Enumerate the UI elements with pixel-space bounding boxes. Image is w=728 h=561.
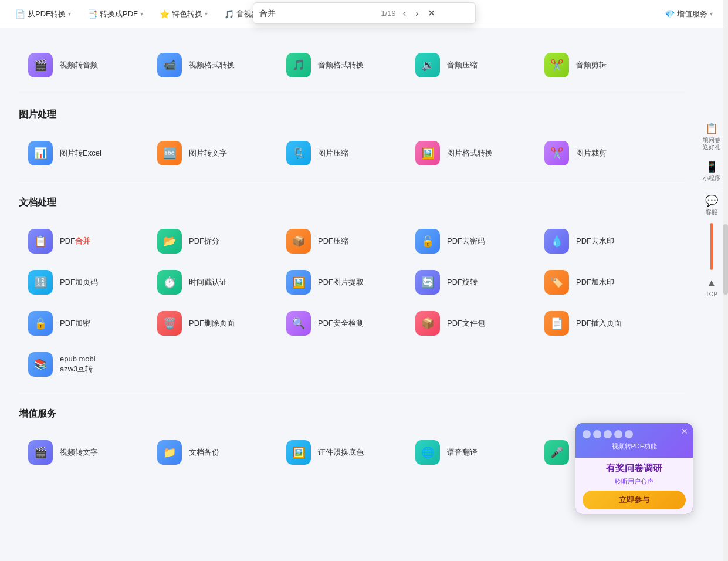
tool-pdf-insert-page[interactable]: 📄 PDF插入页面 <box>535 303 664 344</box>
search-next-btn[interactable]: › <box>413 7 421 20</box>
sidebar-top-btn[interactable]: ▲ TOP <box>697 272 726 303</box>
tool-pdf-timestamp[interactable]: ⏱️ 时间戳认证 <box>148 262 277 303</box>
sidebar-customer-btn[interactable]: 💬 客服 <box>697 190 726 221</box>
pdf-compress-icon: 📦 <box>286 229 311 254</box>
promo-top: ✕ 视频转PDF功能 <box>575 423 693 458</box>
pdf-img-extract-icon: 🖼️ <box>286 270 311 295</box>
value-services-title: 增值服务 <box>19 408 685 420</box>
tool-pdf-split[interactable]: 📂 PDF拆分 <box>148 221 277 262</box>
tool-pdf-encrypt[interactable]: 🔒 PDF加密 <box>19 303 148 344</box>
search-close-btn[interactable]: ✕ <box>425 6 438 20</box>
tool-img-to-excel[interactable]: 📊 图片转Excel <box>19 133 148 174</box>
doc-backup-label: 文档备份 <box>189 448 219 458</box>
img-format-icon: 🖼️ <box>415 141 440 165</box>
scroll-track[interactable] <box>723 0 728 561</box>
id-photo-bg-label: 证件照换底色 <box>318 448 364 458</box>
img-crop-label: 图片裁剪 <box>576 148 607 158</box>
nav-value-services[interactable]: 💎 增值服务 ▾ <box>656 4 721 24</box>
img-crop-icon: ✂️ <box>544 141 569 165</box>
tool-pdf-security[interactable]: 🔍 PDF安全检测 <box>277 303 406 344</box>
promo-dot-5 <box>625 430 633 438</box>
audio-format-icon: 🎵 <box>286 53 311 77</box>
search-prev-btn[interactable]: ‹ <box>401 7 408 20</box>
img-format-label: 图片格式转换 <box>447 148 493 158</box>
tool-pdf-unlock[interactable]: 🔓 PDF去密码 <box>406 221 535 262</box>
tool-video-to-audio[interactable]: 🎬 视频转音频 <box>19 45 148 86</box>
search-popup: 1/19 ‹ › ✕ <box>253 2 476 24</box>
pdf-page-num-label: PDF加页码 <box>60 278 98 288</box>
tool-pdf-delete-page[interactable]: 🗑️ PDF删除页面 <box>148 303 277 344</box>
pdf-security-label: PDF安全检测 <box>318 319 364 329</box>
tool-pdf-watermark-remove[interactable]: 💧 PDF去水印 <box>535 221 664 262</box>
pdf-timestamp-label: 时间戳认证 <box>189 278 227 288</box>
tool-pdf-rotate[interactable]: 🔄 PDF旋转 <box>406 262 535 303</box>
pdf-unlock-icon: 🔓 <box>415 229 440 254</box>
tool-img-format[interactable]: 🖼️ 图片格式转换 <box>406 133 535 174</box>
image-section-title: 图片处理 <box>19 109 685 121</box>
section-image: 图片处理 📊 图片转Excel 🔤 图片转文字 🗜️ 图片压缩 <box>19 109 685 174</box>
pdf-split-icon: 📂 <box>157 229 182 254</box>
promo-participate-btn[interactable]: 立即参与 <box>583 491 686 509</box>
epub-convert-icon: 📚 <box>28 352 53 377</box>
audio-compress-label: 音频压缩 <box>447 60 478 70</box>
pdf-delete-page-label: PDF删除页面 <box>189 319 235 329</box>
tool-pdf-page-num[interactable]: 🔢 PDF加页码 <box>19 262 148 303</box>
tool-pdf-merge[interactable]: 📋 PDF合并 <box>19 221 148 262</box>
video-format-label: 视频格式转换 <box>189 60 235 70</box>
tool-pdf-file-pack[interactable]: 📦 PDF文件包 <box>406 303 535 344</box>
img-to-text-label: 图片转文字 <box>189 148 227 158</box>
pdf-security-icon: 🔍 <box>286 311 311 336</box>
tool-img-crop[interactable]: ✂️ 图片裁剪 <box>535 133 664 174</box>
tool-pdf-img-extract[interactable]: 🖼️ PDF图片提取 <box>277 262 406 303</box>
tool-audio-compress[interactable]: 🔉 音频压缩 <box>406 45 535 86</box>
tool-pdf-watermark-add[interactable]: 🏷️ PDF加水印 <box>535 262 664 303</box>
promo-title-small: 视频转PDF功能 <box>583 442 686 451</box>
tool-img-compress[interactable]: 🗜️ 图片压缩 <box>277 133 406 174</box>
pdf-insert-page-label: PDF插入页面 <box>576 319 622 329</box>
nav-to-pdf[interactable]: 📑 转换成PDF ▾ <box>79 4 151 24</box>
tool-video-to-text[interactable]: 🎬 视频转文字 <box>19 432 148 473</box>
img-to-excel-label: 图片转Excel <box>60 148 101 158</box>
promo-dot-3 <box>604 430 612 438</box>
tool-img-to-text[interactable]: 🔤 图片转文字 <box>148 133 277 174</box>
promo-dot-1 <box>583 430 591 438</box>
sidebar-top-label: TOP <box>706 291 717 298</box>
tool-id-photo-bg[interactable]: 🖼️ 证件照换底色 <box>277 432 406 473</box>
sidebar-miniapp-btn[interactable]: 📱 小程序 <box>697 156 726 187</box>
pdf-watermark-remove-icon: 💧 <box>544 229 569 254</box>
promo-close-btn[interactable]: ✕ <box>681 427 688 436</box>
tool-doc-backup[interactable]: 📁 文档备份 <box>148 432 277 473</box>
search-input[interactable] <box>259 9 377 18</box>
promo-banner: ✕ 视频转PDF功能 有奖问卷调研 聆听用户心声 立即参与 <box>575 423 693 514</box>
pdf-timestamp-icon: ⏱️ <box>157 270 182 295</box>
pdf-unlock-label: PDF去密码 <box>447 236 485 246</box>
nav-from-pdf[interactable]: 📄 从PDF转换 ▾ <box>7 4 79 24</box>
sidebar-survey-btn[interactable]: 📋 填问卷送好礼 <box>697 117 726 156</box>
pdf-insert-page-icon: 📄 <box>544 311 569 336</box>
pdf-file-pack-label: PDF文件包 <box>447 319 485 329</box>
image-tools: 📊 图片转Excel 🔤 图片转文字 🗜️ 图片压缩 🖼️ <box>19 133 685 174</box>
survey-icon: 📋 <box>705 122 718 135</box>
pdf-encrypt-label: PDF加密 <box>60 319 90 329</box>
sidebar-customer-label: 客服 <box>706 209 717 216</box>
audio-compress-icon: 🔉 <box>415 53 440 77</box>
nav-special[interactable]: ⭐ 特色转换 ▾ <box>151 4 216 24</box>
pdf-watermark-remove-label: PDF去水印 <box>576 236 614 246</box>
tool-pdf-compress[interactable]: 📦 PDF压缩 <box>277 221 406 262</box>
audio-cut-icon: ✂️ <box>544 53 569 77</box>
tool-epub-convert[interactable]: 📚 epub mobiazw3互转 <box>19 344 148 385</box>
img-to-excel-icon: 📊 <box>28 141 53 165</box>
customer-icon: 💬 <box>705 194 718 207</box>
miniapp-icon: 📱 <box>705 160 718 173</box>
promo-dot-2 <box>593 430 601 438</box>
scroll-thumb[interactable] <box>723 224 728 295</box>
tool-video-format[interactable]: 📹 视频格式转换 <box>148 45 277 86</box>
pdf-compress-label: PDF压缩 <box>318 236 348 246</box>
tool-audio-cut[interactable]: ✂️ 音频剪辑 <box>535 45 664 86</box>
divider-2 <box>19 180 685 180</box>
voice-translate-icon: 🌐 <box>415 440 440 465</box>
tool-audio-format[interactable]: 🎵 音频格式转换 <box>277 45 406 86</box>
audio-cut-label: 音频剪辑 <box>576 60 607 70</box>
tool-voice-translate[interactable]: 🌐 语音翻译 <box>406 432 535 473</box>
divider-1 <box>19 92 685 92</box>
